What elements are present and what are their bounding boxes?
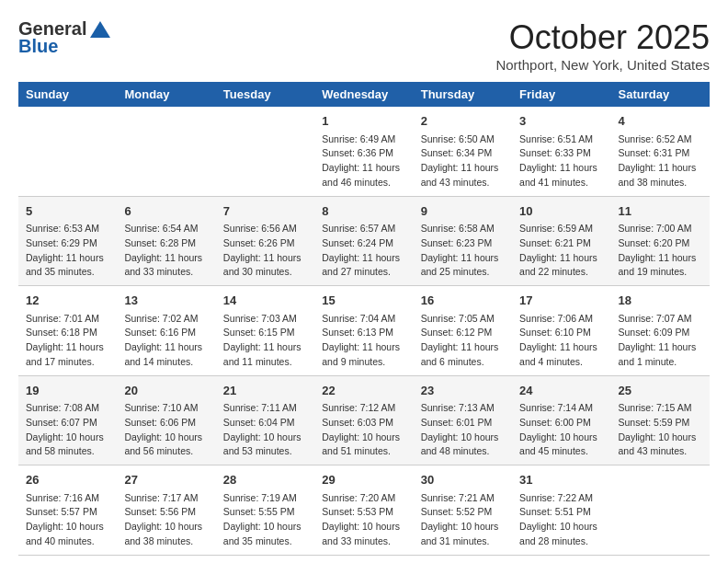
day-number: 17: [519, 292, 603, 310]
cell-info: Sunrise: 7:06 AM: [519, 312, 603, 327]
weekday-wednesday: Wednesday: [314, 82, 413, 107]
cell-info: Sunrise: 6:51 AM: [519, 132, 603, 147]
weekday-header-row: SundayMondayTuesdayWednesdayThursdayFrid…: [18, 82, 710, 107]
cell-info: Sunset: 6:15 PM: [223, 326, 307, 340]
cell-info: Daylight: 11 hours and 22 minutes.: [519, 251, 603, 281]
day-number: 7: [223, 202, 307, 221]
calendar-cell: [611, 465, 710, 556]
cell-info: Sunset: 6:00 PM: [519, 416, 603, 431]
calendar-cell: 20Sunrise: 7:10 AMSunset: 6:06 PMDayligh…: [117, 375, 215, 465]
calendar-body: 1Sunrise: 6:49 AMSunset: 6:36 PMDaylight…: [18, 107, 710, 555]
calendar-week-5: 26Sunrise: 7:16 AMSunset: 5:57 PMDayligh…: [18, 465, 710, 556]
calendar-cell: 4Sunrise: 6:52 AMSunset: 6:31 PMDaylight…: [611, 107, 710, 196]
calendar-cell: 25Sunrise: 7:15 AMSunset: 5:59 PMDayligh…: [611, 375, 710, 465]
cell-info: Sunset: 5:55 PM: [223, 505, 307, 520]
calendar-cell: 22Sunrise: 7:12 AMSunset: 6:03 PMDayligh…: [314, 375, 413, 465]
cell-info: Daylight: 11 hours and 11 minutes.: [223, 340, 307, 370]
day-number: 22: [322, 382, 405, 400]
day-number: 13: [124, 292, 208, 310]
calendar-cell: 28Sunrise: 7:19 AMSunset: 5:55 PMDayligh…: [216, 465, 314, 556]
day-number: 24: [519, 382, 603, 400]
cell-info: Daylight: 10 hours and 33 minutes.: [322, 520, 405, 549]
cell-info: Sunset: 6:04 PM: [223, 416, 307, 431]
cell-info: Sunrise: 7:05 AM: [421, 312, 505, 327]
cell-info: Daylight: 11 hours and 25 minutes.: [421, 251, 505, 281]
cell-info: Daylight: 10 hours and 51 minutes.: [322, 431, 405, 460]
day-number: 10: [519, 202, 603, 221]
calendar-cell: 5Sunrise: 6:53 AMSunset: 6:29 PMDaylight…: [18, 196, 117, 286]
calendar-cell: 17Sunrise: 7:06 AMSunset: 6:10 PMDayligh…: [512, 286, 610, 376]
cell-info: Sunset: 6:12 PM: [421, 326, 505, 340]
day-number: 9: [421, 202, 505, 221]
cell-info: Daylight: 11 hours and 46 minutes.: [322, 161, 405, 190]
day-number: 16: [421, 292, 505, 310]
calendar-cell: 7Sunrise: 6:56 AMSunset: 6:26 PMDaylight…: [216, 196, 314, 286]
calendar-week-2: 5Sunrise: 6:53 AMSunset: 6:29 PMDaylight…: [18, 196, 710, 286]
cell-info: Sunset: 6:26 PM: [223, 236, 307, 251]
cell-info: Daylight: 10 hours and 45 minutes.: [519, 431, 603, 460]
cell-info: Sunset: 5:59 PM: [619, 416, 702, 431]
calendar-cell: [117, 107, 215, 196]
cell-info: Sunrise: 7:10 AM: [124, 401, 208, 416]
cell-info: Daylight: 10 hours and 38 minutes.: [124, 520, 208, 549]
cell-info: Sunrise: 7:12 AM: [322, 401, 405, 416]
calendar-cell: 26Sunrise: 7:16 AMSunset: 5:57 PMDayligh…: [18, 465, 117, 556]
calendar-cell: 16Sunrise: 7:05 AMSunset: 6:12 PMDayligh…: [414, 286, 512, 376]
svg-marker-0: [90, 21, 110, 38]
calendar-cell: 27Sunrise: 7:17 AMSunset: 5:56 PMDayligh…: [117, 465, 215, 556]
cell-info: Sunrise: 7:11 AM: [223, 401, 307, 416]
cell-info: Daylight: 11 hours and 1 minute.: [619, 340, 702, 370]
cell-info: Sunrise: 7:07 AM: [619, 312, 702, 327]
cell-info: Sunset: 5:57 PM: [26, 505, 109, 520]
day-number: 12: [26, 292, 109, 310]
cell-info: Sunrise: 6:50 AM: [421, 132, 505, 147]
logo-blue: Blue: [18, 36, 58, 57]
cell-info: Sunrise: 7:14 AM: [519, 401, 603, 416]
cell-info: Sunset: 6:18 PM: [26, 326, 109, 340]
day-number: 18: [619, 292, 702, 310]
day-number: 29: [322, 471, 405, 489]
cell-info: Daylight: 11 hours and 17 minutes.: [26, 340, 109, 370]
day-number: 25: [619, 382, 702, 400]
weekday-monday: Monday: [117, 82, 215, 107]
calendar-cell: 24Sunrise: 7:14 AMSunset: 6:00 PMDayligh…: [512, 375, 610, 465]
cell-info: Daylight: 10 hours and 35 minutes.: [223, 520, 307, 549]
cell-info: Daylight: 10 hours and 48 minutes.: [421, 431, 505, 460]
cell-info: Sunset: 5:53 PM: [322, 505, 405, 520]
cell-info: Sunset: 6:33 PM: [519, 146, 603, 161]
day-number: 21: [223, 382, 307, 400]
cell-info: Daylight: 11 hours and 14 minutes.: [124, 340, 208, 370]
calendar-cell: 21Sunrise: 7:11 AMSunset: 6:04 PMDayligh…: [216, 375, 314, 465]
day-number: 26: [26, 471, 109, 489]
cell-info: Sunrise: 7:22 AM: [519, 491, 603, 506]
weekday-sunday: Sunday: [18, 82, 117, 107]
cell-info: Sunset: 6:23 PM: [421, 236, 505, 251]
cell-info: Daylight: 10 hours and 43 minutes.: [619, 431, 702, 460]
cell-info: Sunrise: 7:13 AM: [421, 401, 505, 416]
cell-info: Sunrise: 7:16 AM: [26, 491, 109, 506]
calendar-cell: 2Sunrise: 6:50 AMSunset: 6:34 PMDaylight…: [414, 107, 512, 196]
location: Northport, New York, United States: [495, 57, 710, 73]
cell-info: Daylight: 11 hours and 6 minutes.: [421, 340, 505, 370]
day-number: 1: [322, 112, 405, 131]
cell-info: Daylight: 11 hours and 4 minutes.: [519, 340, 603, 370]
day-number: 8: [322, 202, 405, 221]
calendar-cell: 30Sunrise: 7:21 AMSunset: 5:52 PMDayligh…: [414, 465, 512, 556]
weekday-tuesday: Tuesday: [216, 82, 314, 107]
calendar-cell: 3Sunrise: 6:51 AMSunset: 6:33 PMDaylight…: [512, 107, 610, 196]
day-number: 2: [421, 112, 505, 131]
month-title: October 2025: [495, 18, 710, 57]
logo: General Blue: [18, 18, 110, 57]
calendar-cell: 15Sunrise: 7:04 AMSunset: 6:13 PMDayligh…: [314, 286, 413, 376]
cell-info: Sunset: 6:20 PM: [619, 236, 702, 251]
cell-info: Sunset: 5:52 PM: [421, 505, 505, 520]
calendar-cell: 10Sunrise: 6:59 AMSunset: 6:21 PMDayligh…: [512, 196, 610, 286]
cell-info: Daylight: 11 hours and 43 minutes.: [421, 161, 505, 190]
page-header: General Blue October 2025 Northport, New…: [18, 18, 710, 73]
cell-info: Sunset: 6:07 PM: [26, 416, 109, 431]
day-number: 19: [26, 382, 109, 400]
cell-info: Sunrise: 6:52 AM: [619, 132, 702, 147]
day-number: 15: [322, 292, 405, 310]
calendar-cell: 29Sunrise: 7:20 AMSunset: 5:53 PMDayligh…: [314, 465, 413, 556]
cell-info: Sunset: 6:03 PM: [322, 416, 405, 431]
